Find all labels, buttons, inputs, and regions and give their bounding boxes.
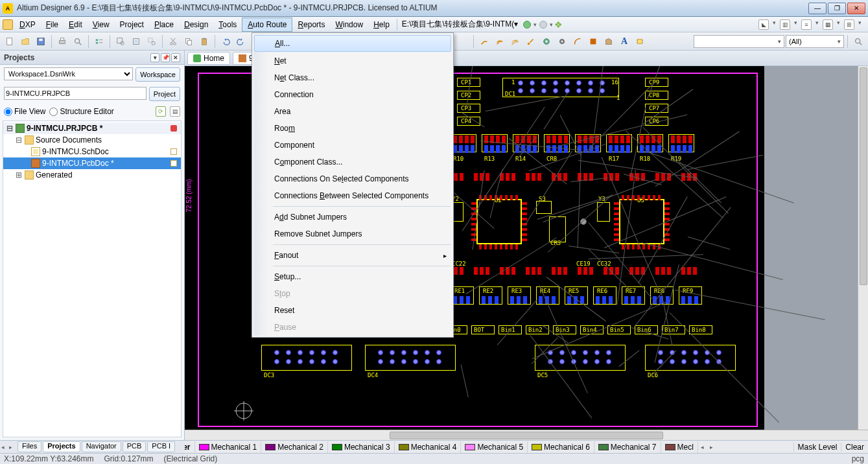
menu-edit[interactable]: Edit xyxy=(64,18,88,31)
menu-component[interactable]: Component xyxy=(253,137,452,154)
layer-m3[interactable]: Mechanical 3 xyxy=(328,441,395,453)
project-button[interactable]: Project xyxy=(149,87,180,101)
filter-all-combo[interactable]: (All) xyxy=(786,35,844,48)
breadcrumb[interactable]: E:\项目七集\转接板合集\9-INTM(▾ xyxy=(399,17,521,31)
project-field[interactable] xyxy=(4,87,147,100)
menu-setup[interactable]: Setup... xyxy=(253,268,452,285)
menu-autoroute[interactable]: Auto Route xyxy=(242,17,292,32)
tree-pcb-doc[interactable]: 9-INTMCU.PcbDoc * xyxy=(3,157,181,169)
mask-level-button[interactable]: Mask Level xyxy=(793,443,841,452)
menu-remsub[interactable]: Remove Subnet Jumpers xyxy=(253,226,452,242)
menu-conbet[interactable]: Connections Between Selected Components xyxy=(253,187,452,204)
menu-view[interactable]: View xyxy=(88,18,115,31)
menu-addsub[interactable]: Add Subnet Jumpers xyxy=(253,209,452,226)
menu-help[interactable]: Help xyxy=(368,18,395,31)
open-icon[interactable] xyxy=(18,34,32,49)
menu-connection[interactable]: Connection xyxy=(253,86,452,103)
layers-tool-icon[interactable]: ▥ xyxy=(780,19,790,30)
structure-editor-radio[interactable]: Structure Editor xyxy=(49,107,113,116)
layer-m5[interactable]: Mechanical 5 xyxy=(461,441,528,453)
menu-area[interactable]: Area xyxy=(253,103,452,120)
layer-m1[interactable]: Mechanical 1 xyxy=(195,441,262,453)
layer-m7[interactable]: Mechanical 7 xyxy=(594,441,661,453)
minimize-button[interactable]: — xyxy=(808,3,827,14)
menu-window[interactable]: Window xyxy=(330,18,368,31)
clear-button[interactable]: Clear xyxy=(841,443,868,452)
tree-sch-doc[interactable]: 9-INTMCU.SchDoc xyxy=(3,146,181,157)
menu-project[interactable]: Project xyxy=(115,18,149,31)
fill-icon[interactable] xyxy=(586,34,600,49)
menu-dxp[interactable]: DDXPXP xyxy=(14,18,41,31)
paste-icon[interactable] xyxy=(197,34,211,49)
arc-icon[interactable] xyxy=(570,34,585,49)
zoom-select-icon[interactable] xyxy=(145,34,159,49)
menu-all[interactable]: All... xyxy=(254,35,451,52)
cut-icon[interactable] xyxy=(166,34,180,49)
menu-netclass[interactable]: Net Class... xyxy=(253,69,452,86)
tree-source-docs[interactable]: ⊟Source Documents xyxy=(3,134,181,146)
component-list-icon[interactable] xyxy=(92,34,106,49)
tree-generated[interactable]: ⊞Generated xyxy=(3,169,181,181)
route-multi-icon[interactable] xyxy=(508,34,522,49)
pad-icon[interactable] xyxy=(539,34,554,49)
menu-design[interactable]: Design xyxy=(179,18,213,31)
dxp-icon[interactable] xyxy=(3,19,13,30)
menu-file[interactable]: File xyxy=(41,18,64,31)
print-icon[interactable] xyxy=(55,34,69,49)
btab-pcbi[interactable]: PCB I xyxy=(147,441,175,452)
panel-menu-button[interactable]: ▾ xyxy=(150,53,159,62)
menu-room[interactable]: Room xyxy=(253,120,452,137)
refresh-tree-icon[interactable]: ⟳ xyxy=(156,106,166,117)
panel-pin-button[interactable]: 📌 xyxy=(161,53,170,62)
tree-project-root[interactable]: ⊟9-INTMCU.PRJPCB * xyxy=(3,122,181,134)
snap-tool-icon[interactable]: ⊞ xyxy=(844,19,854,30)
maximize-button[interactable]: ❐ xyxy=(828,3,846,14)
layer-scroll-r[interactable]: ▸ xyxy=(707,444,716,450)
preview-icon[interactable] xyxy=(71,34,85,49)
grid-tool-icon[interactable]: ▦ xyxy=(823,19,833,30)
copy-icon[interactable] xyxy=(182,34,196,49)
layer-scroll-l[interactable]: ◂ xyxy=(698,444,707,450)
menu-reports[interactable]: Reports xyxy=(292,18,330,31)
workspace-select[interactable]: Workspace1.DsnWrk xyxy=(4,67,133,80)
nav-back-icon[interactable] xyxy=(523,21,531,29)
layer-m2[interactable]: Mechanical 2 xyxy=(261,441,328,453)
route-fanout-icon[interactable] xyxy=(524,34,538,49)
save-icon[interactable] xyxy=(34,34,48,49)
layer-m4[interactable]: Mechanical 4 xyxy=(395,441,462,453)
zoom-fit-icon[interactable] xyxy=(129,34,143,49)
redo-icon[interactable] xyxy=(234,34,248,49)
horizontal-scrollbar[interactable] xyxy=(185,430,868,440)
nav-fwd-icon[interactable] xyxy=(539,21,547,29)
via-icon[interactable] xyxy=(555,34,569,49)
btab-pcb[interactable]: PCB xyxy=(123,441,147,452)
tab-home[interactable]: Home xyxy=(187,52,230,65)
vertical-scrollbar[interactable] xyxy=(858,66,868,430)
route-interactive-icon[interactable] xyxy=(477,34,491,49)
chart-tool-icon[interactable]: ◣ xyxy=(758,19,769,30)
menu-fanout[interactable]: Fanout▸ xyxy=(253,247,452,264)
file-view-radio[interactable]: File View xyxy=(4,107,45,116)
panel-close-button[interactable]: ✕ xyxy=(171,53,180,62)
zoom-window-icon[interactable] xyxy=(113,34,128,49)
route-diff-icon[interactable] xyxy=(493,34,507,49)
menu-tools[interactable]: Tools xyxy=(213,18,242,31)
btab-nav-prev[interactable]: ◂ xyxy=(1,444,9,450)
layer-m6[interactable]: Mechanical 6 xyxy=(528,441,594,453)
menu-compclass[interactable]: Component Class... xyxy=(253,154,452,170)
text-icon[interactable]: A xyxy=(617,34,631,49)
poly-icon[interactable] xyxy=(602,34,616,49)
btab-projects[interactable]: Projects xyxy=(43,441,80,452)
layer-m8[interactable]: Mecl xyxy=(661,441,698,453)
component-icon[interactable] xyxy=(633,34,647,49)
close-button[interactable]: ✕ xyxy=(847,3,865,14)
undo-icon[interactable] xyxy=(218,34,233,49)
menu-net[interactable]: Net xyxy=(253,52,452,69)
tree-options-icon[interactable]: ▤ xyxy=(170,106,180,117)
btab-files[interactable]: Files xyxy=(18,441,41,452)
menu-consel[interactable]: Connections On Selected Components xyxy=(253,170,452,187)
btab-navigator[interactable]: Navigator xyxy=(82,441,121,452)
align-tool-icon[interactable]: ≡ xyxy=(801,19,812,30)
find-icon[interactable] xyxy=(851,34,865,49)
workspace-button[interactable]: Workspace xyxy=(135,67,180,82)
